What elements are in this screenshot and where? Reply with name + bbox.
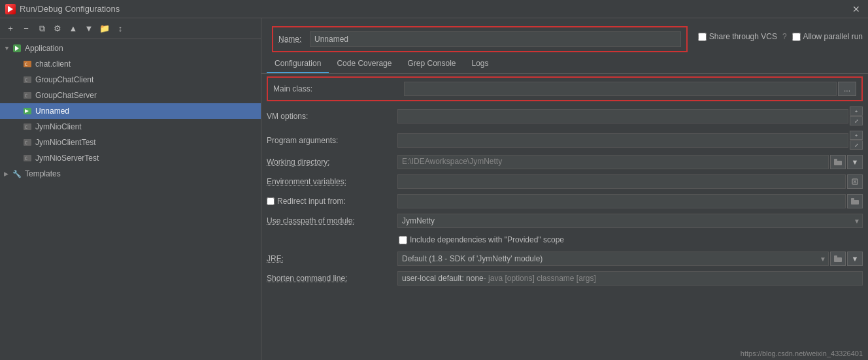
share-vcs-checkbox[interactable] [698,33,707,41]
jre-dropdown-button[interactable]: ▼ [847,252,863,266]
config-tree: ▼ Application C [0,39,261,360]
svg-rect-18 [834,159,837,161]
name-input[interactable] [310,31,681,47]
working-dir-label: Working directory: [267,157,397,167]
unnamed-icon [22,106,33,116]
program-args-expand-button[interactable]: + [850,131,863,140]
redirect-input-label: Redirect input from: [267,197,397,206]
main-class-browse-button[interactable]: ... [838,82,856,96]
vm-options-expand-button[interactable]: + [850,106,863,116]
classpath-module-row: Use classpath of module: JymNetty ▼ [261,211,868,231]
sidebar-toolbar: + − ⧉ ⚙ ▲ ▼ 📁 ↕ [0,18,261,39]
tree-item-group-chat-server[interactable]: C GroupChatServer [0,88,261,103]
jre-dropdown-container: Default (1.8 - SDK of 'JymNetty' module)… [397,252,829,266]
include-deps-label[interactable]: Include dependencies with "Provided" sco… [399,235,564,244]
working-dir-row: Working directory: E:\IDEAworkspace\JymN… [261,152,868,172]
svg-text:C: C [25,93,27,99]
form-area: Main class: ... VM options: + ⤢ Program … [261,74,868,360]
env-vars-browse-button[interactable] [847,174,863,189]
jym-nio-client-label: JymNioClient [35,122,82,131]
application-group-icon [12,43,22,54]
move-down-button[interactable]: ▼ [82,22,95,35]
jym-nio-server-test-label: JymNioServerTest [35,154,99,163]
app-icon [5,4,16,14]
svg-text:C: C [25,156,27,161]
classpath-module-select[interactable]: JymNetty [397,214,863,228]
tree-item-group-chat-client[interactable]: C GroupChatClient [0,72,261,88]
allow-parallel-label[interactable]: Allow parallel run [792,32,863,41]
vm-options-fullscreen-button[interactable]: ⤢ [850,116,863,125]
move-up-button[interactable]: ▲ [67,22,80,35]
include-deps-checkbox[interactable] [399,236,407,244]
group-chat-client-icon: C [22,74,33,85]
jym-nio-client-test-icon: C [22,137,33,148]
redirect-input-row: Redirect input from: [261,191,868,211]
include-deps-row: Include dependencies with "Provided" sco… [261,231,868,249]
env-vars-label: Environment variables: [267,177,397,186]
config-content: Name: Share through VCS ? Allow parallel… [261,18,868,360]
sidebar: + − ⧉ ⚙ ▲ ▼ 📁 ↕ ▼ Application [0,18,261,360]
settings-button[interactable]: ⚙ [51,22,64,35]
jym-nio-server-test-icon: C [22,153,33,163]
program-args-fullscreen-button[interactable]: ⤢ [850,140,863,150]
templates-icon: 🔧 [12,169,22,179]
name-section: Name: [272,26,688,52]
working-dir-dropdown-button[interactable]: ▼ [847,155,863,169]
shorten-cmd-label: Shorten command line: [267,274,397,283]
folder-button[interactable]: 📁 [98,22,111,35]
program-args-input[interactable] [397,133,848,148]
tree-application-group[interactable]: ▼ Application [0,41,261,56]
vm-options-input[interactable] [397,109,848,123]
copy-config-button[interactable]: ⧉ [35,22,48,35]
tree-templates-group[interactable]: ▶ 🔧 Templates [0,166,261,182]
shorten-cmd-value: user-local default: none - java [options… [397,271,863,286]
redirect-input-checkbox[interactable] [267,197,275,205]
tab-grep-console[interactable]: Grep Console [399,55,463,73]
tree-item-jym-nio-client-test[interactable]: C JymNioClientTest [0,135,261,150]
svg-rect-24 [834,257,842,262]
tree-item-jym-nio-server-test[interactable]: C JymNioServerTest [0,150,261,166]
redirect-input-field[interactable] [397,194,846,208]
allow-parallel-checkbox[interactable] [792,33,801,41]
tab-configuration[interactable]: Configuration [267,55,329,73]
svg-text:C: C [25,78,27,83]
tab-code-coverage[interactable]: Code Coverage [329,55,399,73]
shorten-cmd-text: user-local default: none [402,274,484,283]
tab-logs[interactable]: Logs [464,55,497,73]
tree-item-unnamed[interactable]: Unnamed [0,103,261,119]
share-vcs-help[interactable]: ? [782,32,787,41]
name-label: Name: [278,35,305,44]
main-class-section: Main class: ... [267,76,863,101]
sort-button[interactable]: ↕ [114,22,127,35]
redirect-input-browse-button[interactable] [847,194,863,208]
title-bar-text: Run/Debug Configurations [20,4,120,14]
svg-rect-25 [834,255,837,258]
application-group-label: Application [25,44,63,53]
svg-rect-23 [851,198,854,201]
svg-text:C: C [25,140,27,146]
classpath-module-label: Use classpath of module: [267,216,397,225]
svg-rect-17 [834,161,842,165]
templates-expand-arrow: ▶ [4,171,12,177]
main-class-input[interactable] [404,82,837,96]
group-chat-server-label: GroupChatServer [35,91,97,100]
close-button[interactable]: ✕ [850,4,863,14]
group-chat-client-label: GroupChatClient [35,75,93,84]
jre-select[interactable]: Default (1.8 - SDK of 'JymNetty' module) [397,252,829,266]
watermark: https://blog.csdn.net/weixin_43326401 [741,350,863,357]
remove-config-button[interactable]: − [20,22,33,35]
jre-browse-button[interactable] [830,252,846,266]
program-args-row: Program arguments: + ⤢ [261,128,868,152]
vm-options-row: VM options: + ⤢ [261,104,868,128]
share-vcs-label[interactable]: Share through VCS [698,32,777,41]
svg-text:C: C [25,125,27,130]
tree-item-chat-client[interactable]: C chat.client [0,56,261,72]
svg-marker-0 [8,6,13,12]
title-bar: Run/Debug Configurations ✕ [0,0,868,18]
env-vars-input[interactable] [397,174,846,189]
tree-item-jym-nio-client[interactable]: C JymNioClient [0,119,261,135]
shorten-cmd-row: Shorten command line: user-local default… [261,269,868,288]
add-config-button[interactable]: + [4,22,17,35]
working-dir-browse-button[interactable] [830,155,846,169]
jre-row: JRE: Default (1.8 - SDK of 'JymNetty' mo… [261,249,868,269]
